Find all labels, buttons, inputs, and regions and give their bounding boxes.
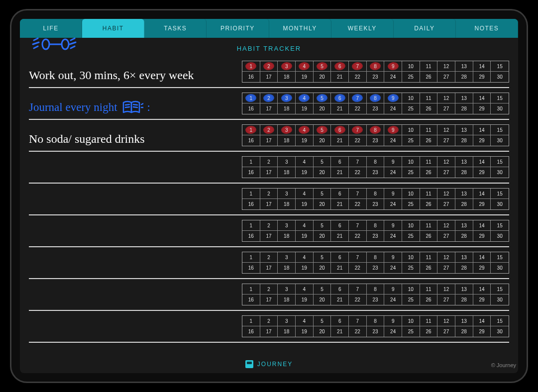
day-cell[interactable]: 16 <box>242 326 260 337</box>
day-cell[interactable]: 9 <box>384 125 402 135</box>
tab-priority[interactable]: PRIORITY <box>207 19 269 38</box>
day-cell[interactable]: 26 <box>420 135 438 146</box>
day-cell[interactable]: 22 <box>349 263 367 273</box>
day-cell[interactable]: 24 <box>384 72 402 82</box>
day-cell[interactable]: 26 <box>420 199 438 209</box>
day-cell[interactable]: 13 <box>455 252 473 263</box>
day-cell[interactable]: 4 <box>296 93 314 103</box>
day-cell[interactable]: 18 <box>278 263 296 273</box>
habit-label-area[interactable] <box>29 215 238 246</box>
day-cell[interactable]: 8 <box>367 284 385 294</box>
day-cell[interactable]: 20 <box>314 199 331 209</box>
day-cell[interactable]: 17 <box>260 135 278 146</box>
day-cell[interactable]: 24 <box>384 294 402 305</box>
day-cell[interactable]: 16 <box>242 231 260 241</box>
tab-habit[interactable]: HABIT <box>82 19 144 38</box>
day-cell[interactable]: 19 <box>296 263 314 273</box>
day-cell[interactable]: 5 <box>314 316 331 326</box>
day-cell[interactable]: 9 <box>384 284 402 294</box>
day-cell[interactable]: 3 <box>278 220 296 231</box>
day-cell[interactable]: 17 <box>260 199 278 209</box>
day-cell[interactable]: 7 <box>349 125 367 135</box>
day-cell[interactable]: 25 <box>402 199 420 209</box>
day-cell[interactable]: 28 <box>455 167 473 178</box>
day-cell[interactable]: 1 <box>242 189 260 199</box>
day-cell[interactable]: 9 <box>384 220 402 231</box>
day-cell[interactable]: 19 <box>296 326 314 337</box>
day-cell[interactable]: 12 <box>437 93 455 103</box>
day-cell[interactable]: 23 <box>367 135 385 146</box>
day-cell[interactable]: 9 <box>384 157 402 167</box>
day-cell[interactable]: 18 <box>278 167 296 178</box>
day-cell[interactable]: 8 <box>367 316 385 326</box>
day-cell[interactable]: 5 <box>314 189 331 199</box>
day-cell[interactable]: 7 <box>349 252 367 263</box>
day-cell[interactable]: 10 <box>402 316 420 326</box>
day-cell[interactable]: 21 <box>331 103 349 114</box>
habit-label-area[interactable]: Journal every night : <box>29 88 238 119</box>
day-cell[interactable]: 21 <box>331 231 349 241</box>
day-cell[interactable]: 12 <box>437 220 455 231</box>
day-cell[interactable]: 29 <box>473 199 491 209</box>
day-cell[interactable]: 20 <box>314 103 331 114</box>
day-cell[interactable]: 21 <box>331 167 349 178</box>
habit-label-area[interactable] <box>29 184 238 214</box>
day-cell[interactable]: 1 <box>242 93 260 103</box>
day-cell[interactable]: 5 <box>314 252 331 263</box>
day-cell[interactable]: 10 <box>402 189 420 199</box>
day-cell[interactable]: 22 <box>349 294 367 305</box>
day-cell[interactable]: 29 <box>473 72 491 82</box>
day-cell[interactable]: 25 <box>402 263 420 273</box>
day-cell[interactable]: 4 <box>296 316 314 326</box>
day-cell[interactable]: 14 <box>473 189 491 199</box>
tab-monthly[interactable]: MONTHLY <box>269 19 331 38</box>
day-cell[interactable]: 23 <box>367 326 385 337</box>
day-cell[interactable]: 18 <box>278 103 296 114</box>
day-cell[interactable]: 2 <box>260 125 278 135</box>
day-cell[interactable]: 17 <box>260 103 278 114</box>
day-cell[interactable]: 15 <box>491 316 509 326</box>
day-cell[interactable]: 18 <box>278 294 296 305</box>
day-cell[interactable]: 19 <box>296 103 314 114</box>
day-cell[interactable]: 13 <box>455 61 473 72</box>
day-cell[interactable]: 26 <box>420 263 438 273</box>
day-cell[interactable]: 26 <box>420 294 438 305</box>
day-cell[interactable]: 2 <box>260 61 278 72</box>
day-cell[interactable]: 6 <box>331 125 349 135</box>
day-cell[interactable]: 1 <box>242 157 260 167</box>
day-cell[interactable]: 24 <box>384 263 402 273</box>
day-cell[interactable]: 23 <box>367 199 385 209</box>
day-cell[interactable]: 12 <box>437 125 455 135</box>
day-cell[interactable]: 14 <box>473 125 491 135</box>
day-cell[interactable]: 20 <box>314 263 331 273</box>
day-cell[interactable]: 19 <box>296 72 314 82</box>
day-cell[interactable]: 9 <box>384 61 402 72</box>
day-cell[interactable]: 26 <box>420 326 438 337</box>
day-cell[interactable]: 18 <box>278 72 296 82</box>
day-cell[interactable]: 9 <box>384 189 402 199</box>
day-cell[interactable]: 12 <box>437 252 455 263</box>
day-cell[interactable]: 17 <box>260 167 278 178</box>
habit-label-area[interactable] <box>29 279 238 310</box>
day-cell[interactable]: 30 <box>491 103 509 114</box>
day-cell[interactable]: 28 <box>455 294 473 305</box>
day-cell[interactable]: 28 <box>455 231 473 241</box>
day-cell[interactable]: 11 <box>420 252 438 263</box>
day-cell[interactable]: 15 <box>491 93 509 103</box>
day-cell[interactable]: 5 <box>314 61 331 72</box>
day-cell[interactable]: 29 <box>473 294 491 305</box>
day-cell[interactable]: 30 <box>491 167 509 178</box>
day-cell[interactable]: 21 <box>331 135 349 146</box>
day-cell[interactable]: 3 <box>278 284 296 294</box>
day-cell[interactable]: 11 <box>420 189 438 199</box>
day-cell[interactable]: 9 <box>384 93 402 103</box>
day-cell[interactable]: 23 <box>367 72 385 82</box>
day-cell[interactable]: 17 <box>260 72 278 82</box>
day-cell[interactable]: 2 <box>260 252 278 263</box>
day-cell[interactable]: 15 <box>491 252 509 263</box>
day-cell[interactable]: 3 <box>278 252 296 263</box>
day-cell[interactable]: 12 <box>437 316 455 326</box>
day-cell[interactable]: 8 <box>367 157 385 167</box>
day-cell[interactable]: 26 <box>420 231 438 241</box>
day-cell[interactable]: 21 <box>331 72 349 82</box>
